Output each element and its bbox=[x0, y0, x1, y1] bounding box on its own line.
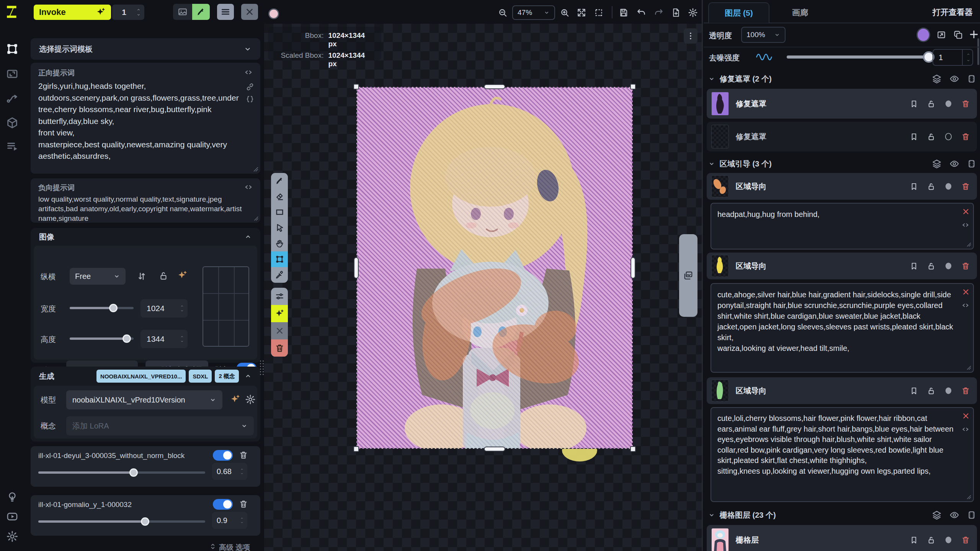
delete-button[interactable] bbox=[271, 339, 288, 357]
negative-prompt-box[interactable]: 负向提示词 low quality,worst quality,normal q… bbox=[31, 178, 260, 223]
layer-color-swatch[interactable] bbox=[916, 28, 930, 42]
collapse-icon[interactable] bbox=[244, 372, 252, 380]
delete-prompt-icon[interactable] bbox=[962, 288, 970, 296]
bookmark-icon[interactable] bbox=[910, 386, 918, 396]
model-select[interactable]: noobaiXLNAIXL_vPred10Version bbox=[66, 390, 222, 409]
bookmark-icon[interactable] bbox=[910, 182, 918, 191]
positive-prompt-box[interactable]: 正向提示词 2girls,yuri,hug,heads together, ou… bbox=[31, 63, 260, 174]
scrollbar-thumb[interactable] bbox=[977, 38, 979, 65]
brush-color-swatch[interactable] bbox=[268, 8, 279, 19]
height-steppers[interactable] bbox=[180, 335, 185, 343]
merge-layers-icon[interactable] bbox=[932, 159, 942, 169]
move-tool[interactable] bbox=[271, 220, 288, 236]
bookmark-icon[interactable] bbox=[910, 99, 918, 109]
menu-button[interactable] bbox=[217, 4, 234, 20]
zoom-out-icon[interactable] bbox=[498, 8, 508, 18]
code-icon[interactable] bbox=[961, 221, 970, 229]
lora-enabled-toggle[interactable] bbox=[213, 450, 233, 461]
merge-layers-icon[interactable] bbox=[932, 74, 942, 84]
lock-aspect-icon[interactable] bbox=[158, 271, 168, 281]
visibility-icon[interactable] bbox=[949, 159, 959, 169]
filmstrip-icon[interactable] bbox=[967, 74, 976, 84]
open-viewer-link[interactable]: 打开查看器 bbox=[933, 7, 973, 18]
advanced-options-label[interactable]: 高级 选项 bbox=[219, 543, 250, 551]
queue-count-arrows[interactable] bbox=[136, 8, 141, 17]
braces-icon[interactable] bbox=[246, 95, 254, 103]
regional-prompt-input[interactable]: cute,loli,cherry blossoms,hair flower,pi… bbox=[710, 407, 974, 502]
height-slider[interactable] bbox=[70, 337, 134, 340]
resize-handle-icon[interactable] bbox=[252, 214, 259, 221]
bbox-corner-handle[interactable] bbox=[353, 446, 359, 452]
lock-icon[interactable] bbox=[927, 182, 936, 191]
fit-bbox-icon[interactable] bbox=[594, 8, 604, 18]
model-settings-gear-icon[interactable] bbox=[245, 394, 256, 405]
bbox-corner-handle[interactable] bbox=[630, 84, 636, 90]
zoom-level-select[interactable]: 47% bbox=[512, 5, 555, 20]
lock-icon[interactable] bbox=[927, 261, 936, 271]
visibility-icon[interactable] bbox=[949, 510, 959, 520]
width-steppers[interactable] bbox=[180, 304, 185, 313]
regional-guidance-row[interactable]: 区域导向 bbox=[707, 173, 977, 200]
help-icon[interactable] bbox=[6, 491, 18, 503]
inpaint-section-header[interactable]: 修复遮罩 (2 个) bbox=[708, 71, 976, 86]
positive-prompt-text[interactable]: 2girls,yuri,hug,heads together, outdoors… bbox=[38, 80, 240, 162]
code-icon[interactable] bbox=[961, 302, 970, 309]
bbox-corner-handle[interactable] bbox=[353, 84, 359, 90]
resize-handle-icon[interactable] bbox=[251, 165, 259, 172]
panel-resize-handle[interactable] bbox=[260, 360, 264, 375]
video-tutorials-icon[interactable] bbox=[6, 510, 18, 523]
fit-layer-icon[interactable] bbox=[936, 30, 946, 40]
rail-tab-upscaling[interactable] bbox=[6, 67, 19, 80]
zoom-in-icon[interactable] bbox=[560, 8, 570, 18]
trash-icon[interactable] bbox=[961, 386, 970, 396]
bbox-corner-handle[interactable] bbox=[630, 446, 636, 452]
trash-icon[interactable] bbox=[961, 99, 970, 109]
lora-weight-slider[interactable] bbox=[38, 520, 205, 523]
code-icon[interactable] bbox=[244, 183, 253, 193]
add-lora-select[interactable]: 添加 LoRA bbox=[66, 416, 254, 435]
regional-guidance-row[interactable]: 区域导向 bbox=[707, 253, 977, 279]
fit-to-view-icon[interactable] bbox=[577, 8, 586, 18]
invoke-region-button[interactable] bbox=[271, 305, 288, 322]
close-panel-button[interactable] bbox=[241, 4, 258, 20]
cancel-button[interactable] bbox=[271, 322, 288, 339]
bbox-edge-handle-left[interactable] bbox=[354, 257, 359, 279]
lora-weight-steppers[interactable] bbox=[240, 517, 244, 524]
trash-icon[interactable] bbox=[961, 132, 970, 142]
generation-bbox[interactable] bbox=[356, 87, 633, 449]
save-canvas-icon[interactable] bbox=[619, 8, 629, 18]
rail-tab-workflows[interactable] bbox=[6, 92, 19, 105]
lora-weight-input[interactable]: 0.9 bbox=[212, 512, 247, 529]
delete-prompt-icon[interactable] bbox=[962, 412, 970, 420]
brush-mode-button[interactable] bbox=[192, 4, 210, 20]
lock-icon[interactable] bbox=[927, 99, 936, 109]
bbox-tool[interactable] bbox=[271, 251, 288, 267]
code-icon[interactable] bbox=[244, 68, 253, 78]
undo-icon[interactable] bbox=[636, 8, 646, 18]
enabled-indicator-icon[interactable] bbox=[944, 132, 953, 141]
width-input[interactable]: 1024 bbox=[140, 299, 188, 318]
invoke-logo-icon[interactable] bbox=[5, 4, 21, 20]
lora-weight-input[interactable]: 0.68 bbox=[212, 463, 247, 480]
invoke-button[interactable]: Invoke bbox=[34, 5, 111, 20]
width-slider[interactable] bbox=[70, 307, 134, 309]
eraser-tool[interactable] bbox=[271, 189, 288, 204]
trash-icon[interactable] bbox=[961, 181, 970, 191]
trash-icon[interactable] bbox=[239, 450, 248, 460]
merge-layers-icon[interactable] bbox=[932, 510, 942, 520]
raster-layer-row[interactable]: 栅格层 bbox=[707, 525, 977, 551]
queue-count-stepper[interactable]: 1 bbox=[112, 5, 144, 20]
lock-icon[interactable] bbox=[927, 386, 936, 396]
inpaint-mask-row[interactable]: 修复遮罩 bbox=[707, 89, 977, 119]
denoise-input[interactable]: 1 bbox=[933, 49, 973, 66]
aspect-select[interactable]: Free bbox=[70, 268, 126, 285]
enabled-indicator-icon[interactable] bbox=[944, 99, 953, 108]
denoise-steppers[interactable] bbox=[962, 50, 971, 65]
lock-icon[interactable] bbox=[927, 132, 936, 142]
trash-icon[interactable] bbox=[961, 261, 970, 271]
negative-prompt-text[interactable]: low quality,worst quality,normal quality… bbox=[38, 194, 247, 223]
view-tool[interactable] bbox=[271, 236, 288, 251]
inpaint-mask-row[interactable]: 修复遮罩 bbox=[707, 122, 977, 152]
filmstrip-icon[interactable] bbox=[967, 510, 976, 520]
enabled-indicator-icon[interactable] bbox=[944, 535, 953, 544]
